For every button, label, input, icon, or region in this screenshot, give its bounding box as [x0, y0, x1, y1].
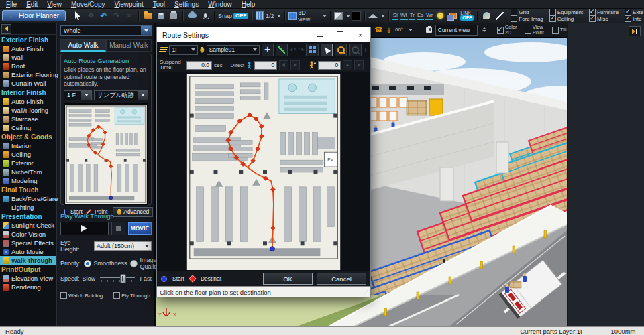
roof-display-icon[interactable]: [368, 14, 378, 18]
radio-smoothness[interactable]: [84, 260, 91, 267]
minimize-button[interactable]: [310, 27, 330, 42]
pan-button[interactable]: ✥: [85, 10, 97, 21]
floorplan-thumbnail[interactable]: [64, 103, 148, 205]
sidebar-item-auto-movie[interactable]: Auto Movie: [0, 247, 56, 256]
filter-interior[interactable]: Inte: [625, 15, 643, 22]
display-toggle-wt[interactable]: Wt: [400, 12, 408, 20]
decrease-button[interactable]: [354, 60, 364, 70]
filter-fore-imag[interactable]: Fore Imag: [511, 15, 543, 22]
sidebar-item-ceiling[interactable]: Ceiling: [0, 123, 56, 132]
fov-camera-icon[interactable]: ⚶: [386, 27, 392, 34]
direct-field[interactable]: 0: [254, 61, 277, 70]
menu-window[interactable]: Window: [203, 0, 237, 9]
collapse-sidebar-button[interactable]: [1, 24, 11, 34]
sidebar-item-back-fore-glare[interactable]: Back/Fore/Glare: [0, 194, 56, 203]
floor-select[interactable]: 1 F: [64, 90, 92, 100]
chevron-down-icon[interactable]: [277, 15, 281, 17]
resize-grip[interactable]: ⋰: [363, 289, 368, 295]
eye-height-select[interactable]: Adult (150cm): [94, 241, 152, 251]
suspend-time-field[interactable]: 0.0: [186, 61, 212, 70]
dropdown-arrow-button[interactable]: [138, 91, 148, 100]
redo-button[interactable]: ↷: [111, 10, 122, 21]
ok-button[interactable]: OK: [263, 273, 313, 285]
sidebar-item-color-vision[interactable]: Color Vision: [0, 230, 56, 239]
sidebar-item-lighting[interactable]: Lighting: [0, 203, 56, 212]
sidebar-item-modeling[interactable]: Modeling: [0, 176, 56, 185]
walk-camera-icon[interactable]: ☎: [374, 27, 382, 34]
add-route-button[interactable]: +: [262, 44, 274, 56]
cancel-button[interactable]: Cancel: [317, 273, 366, 285]
color-2d-checkbox[interactable]: Color 2D: [497, 25, 521, 35]
slider-handle[interactable]: [120, 274, 126, 283]
link-state[interactable]: LINK OFF: [460, 11, 474, 21]
cube-style-icon[interactable]: [334, 12, 343, 20]
menu-viewpoint[interactable]: Viewpoint: [109, 0, 148, 9]
tab-manual-walk[interactable]: Manual Walk: [106, 39, 152, 52]
next-point-button[interactable]: [290, 60, 300, 70]
movie-button[interactable]: MOVIE: [128, 222, 152, 234]
undo-button[interactable]: ↶: [98, 10, 109, 21]
menu-tool[interactable]: Tool: [148, 0, 170, 9]
sidebar-item-obj-ceiling[interactable]: Ceiling: [0, 150, 56, 159]
menu-move-copy[interactable]: Move/Copy: [66, 0, 110, 9]
select-tool-button[interactable]: [321, 44, 333, 56]
grid-scale-value[interactable]: 1/2: [266, 13, 274, 19]
sidebar-item-int-auto-finish[interactable]: Auto Finish: [0, 97, 56, 106]
maximize-button[interactable]: [330, 27, 350, 42]
dialog-route-select[interactable]: Sample01: [207, 45, 260, 55]
sidebar-item-wall-flooring[interactable]: Wall/Flooring: [0, 106, 56, 115]
delete-button[interactable]: ×: [123, 10, 135, 21]
menu-help[interactable]: Help: [237, 0, 260, 9]
sidebar-item-niche-trim[interactable]: Niche/Trim: [0, 168, 56, 176]
background-color-swatch[interactable]: [352, 11, 361, 21]
view-spinner[interactable]: [482, 27, 486, 32]
prev-point-button[interactable]: [279, 60, 288, 70]
sidebar-item-wall[interactable]: Wall: [0, 53, 56, 62]
sidebar-item-roof[interactable]: Roof: [0, 62, 56, 70]
link-button[interactable]: [447, 10, 459, 21]
filter-ceiling[interactable]: Ceiling: [549, 15, 583, 22]
menu-file[interactable]: File: [1, 0, 21, 9]
chevron-down-icon[interactable]: [346, 15, 350, 17]
voice-button[interactable]: [199, 10, 211, 21]
fly-through-checkbox[interactable]: Fly Through: [113, 292, 150, 299]
draw-button[interactable]: [494, 10, 505, 21]
dropdown-arrow-button[interactable]: [141, 26, 151, 35]
watch-building-checkbox[interactable]: Watch Buiding: [60, 292, 103, 299]
sidebar-item-walk-through[interactable]: Walk-through: [0, 256, 56, 265]
chevron-down-icon[interactable]: [381, 15, 385, 17]
route-select[interactable]: サンプル軌跡: [94, 90, 148, 100]
floorplan-canvas[interactable]: EV: [157, 72, 370, 271]
fit-view-button[interactable]: [306, 44, 318, 56]
play-button[interactable]: [60, 222, 109, 235]
radio-image-quality[interactable]: [130, 260, 138, 267]
display-toggle-wr[interactable]: Wr: [425, 12, 433, 20]
sidebar-item-curtain-wall[interactable]: Curtain Wall: [0, 79, 56, 88]
stop-button[interactable]: [111, 222, 125, 235]
display-toggle-es[interactable]: Es: [417, 12, 424, 20]
filter-misc[interactable]: Misc: [589, 15, 619, 22]
increase-button[interactable]: [343, 60, 352, 70]
cloud-upload-button[interactable]: [186, 10, 198, 21]
save-button[interactable]: [155, 10, 166, 21]
filter-grid[interactable]: Grid: [511, 9, 543, 15]
sidebar-item-exterior[interactable]: Exterior: [0, 159, 56, 168]
open-button[interactable]: [142, 10, 154, 21]
walker-field[interactable]: 0: [318, 61, 341, 70]
display-toggle-si[interactable]: Si: [392, 12, 398, 20]
display-toggle-tr[interactable]: Tr: [409, 12, 415, 20]
view-mode-dropdown[interactable]: 3D view: [298, 9, 319, 23]
print-button[interactable]: [168, 10, 179, 21]
sidebar-item-sunlight-check[interactable]: Sunlight Check: [0, 221, 56, 230]
menu-view[interactable]: View: [42, 0, 66, 9]
dropdown-arrow-button[interactable]: [81, 91, 91, 100]
close-button[interactable]: ×: [350, 27, 370, 42]
menu-settings[interactable]: Settings: [170, 0, 203, 9]
menu-edit[interactable]: Edit: [21, 0, 42, 9]
sidebar-item-exterior-flooring[interactable]: Exterior Flooring: [0, 70, 56, 79]
scope-dropdown[interactable]: Whole: [60, 25, 152, 36]
zoom-out-button[interactable]: [349, 44, 361, 56]
fov-value[interactable]: 60°: [395, 27, 403, 33]
tab-auto-walk[interactable]: Auto Walk: [60, 39, 106, 52]
texture-button[interactable]: [481, 10, 492, 21]
